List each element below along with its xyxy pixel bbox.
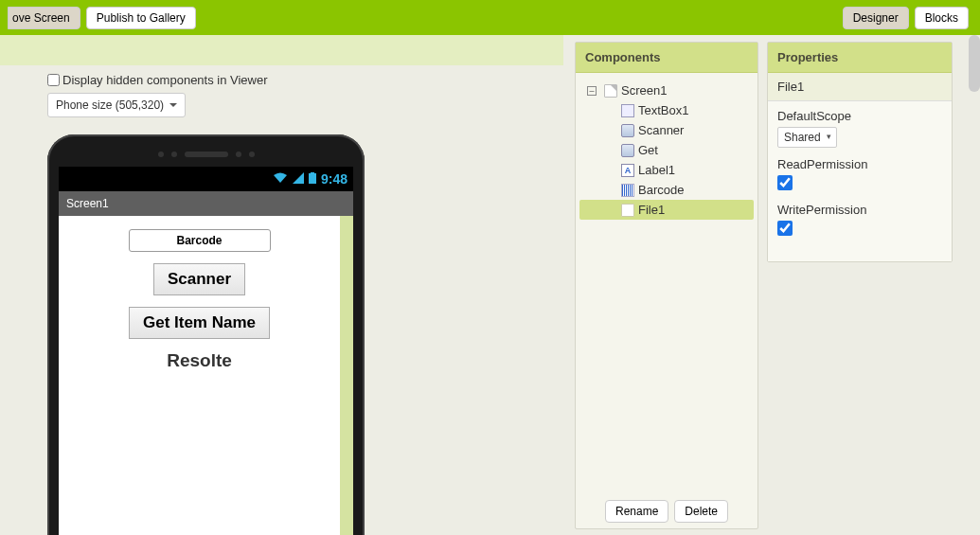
barcode-textbox[interactable] (129, 229, 271, 252)
tree-item-textbox1[interactable]: TextBox1 (579, 100, 754, 120)
remove-screen-button[interactable]: ove Screen (8, 7, 80, 29)
read-permission-label: ReadPermission (777, 157, 942, 171)
scrollbar-thumb[interactable] (969, 35, 980, 92)
tree-item-label: Get (638, 143, 658, 157)
signal-icon (293, 172, 304, 187)
app-canvas: Scanner Get Item Name Resolte (59, 216, 353, 535)
delete-button[interactable]: Delete (674, 500, 728, 523)
properties-panel: Properties File1 DefaultScope Shared Rea… (767, 42, 953, 262)
battery-icon (309, 172, 316, 187)
publish-gallery-button[interactable]: Publish to Gallery (86, 7, 196, 29)
svg-rect-0 (309, 173, 316, 184)
display-hidden-checkbox[interactable] (47, 74, 60, 86)
tree-item-label: Label1 (638, 163, 675, 177)
tree-item-file1[interactable]: File1 (579, 200, 754, 220)
default-scope-value: Shared (784, 131, 821, 144)
tree-item-barcode[interactable]: Barcode (579, 180, 754, 200)
wifi-icon (273, 172, 288, 187)
button-icon (621, 124, 634, 137)
button-icon (621, 144, 634, 157)
tree-item-label: Scanner (638, 123, 684, 137)
properties-component-name: File1 (768, 73, 952, 101)
tree-screen-row[interactable]: – Screen1 (579, 80, 754, 100)
status-time: 9:48 (321, 171, 347, 187)
display-hidden-text: Display hidden components in Viewer (62, 73, 268, 87)
display-hidden-checkbox-label[interactable]: Display hidden components in Viewer (47, 73, 568, 87)
phone-status-bar: 9:48 (59, 167, 353, 191)
components-header: Components (576, 43, 757, 73)
collapse-icon[interactable]: – (587, 86, 597, 96)
properties-header: Properties (768, 43, 952, 73)
blocks-tab-button[interactable]: Blocks (915, 7, 969, 29)
screen-icon (604, 84, 617, 98)
tree-item-label: File1 (638, 203, 665, 217)
tree-item-label: Barcode (638, 183, 684, 197)
top-toolbar: ove Screen Publish to Gallery Designer B… (0, 0, 980, 35)
tree-screen-label: Screen1 (621, 83, 667, 98)
default-scope-select[interactable]: Shared (777, 127, 837, 148)
barcode-icon (621, 184, 634, 197)
get-item-button[interactable]: Get Item Name (129, 307, 270, 339)
components-tree: – Screen1 TextBox1 Scanner Get A Label1 … (576, 73, 757, 227)
viewer-pane: Display hidden components in Viewer Phon… (0, 35, 568, 535)
result-label: Resolte (167, 350, 232, 371)
write-permission-label: WritePermission (777, 203, 942, 217)
write-permission-checkbox[interactable] (777, 221, 793, 236)
scanner-button[interactable]: Scanner (153, 263, 245, 295)
phone-mock: 9:48 Screen1 Scanner Get Item Name Resol… (47, 134, 365, 535)
textbox-icon (621, 104, 634, 117)
tree-item-scanner[interactable]: Scanner (579, 120, 754, 140)
designer-tab-button[interactable]: Designer (843, 7, 909, 29)
label-icon: A (621, 164, 634, 177)
read-permission-checkbox[interactable] (777, 175, 793, 190)
app-title-bar: Screen1 (59, 191, 353, 216)
components-panel: Components – Screen1 TextBox1 Scanner Ge… (575, 42, 758, 529)
default-scope-label: DefaultScope (777, 109, 942, 123)
tree-item-get[interactable]: Get (579, 140, 754, 160)
tree-item-label: TextBox1 (638, 103, 688, 117)
tree-item-label1[interactable]: A Label1 (579, 160, 754, 180)
svg-rect-1 (311, 172, 314, 173)
rename-button[interactable]: Rename (605, 500, 668, 523)
phone-size-value: Phone size (505,320) (56, 98, 164, 112)
file-icon (621, 204, 634, 217)
phone-size-select[interactable]: Phone size (505,320) (47, 93, 186, 117)
